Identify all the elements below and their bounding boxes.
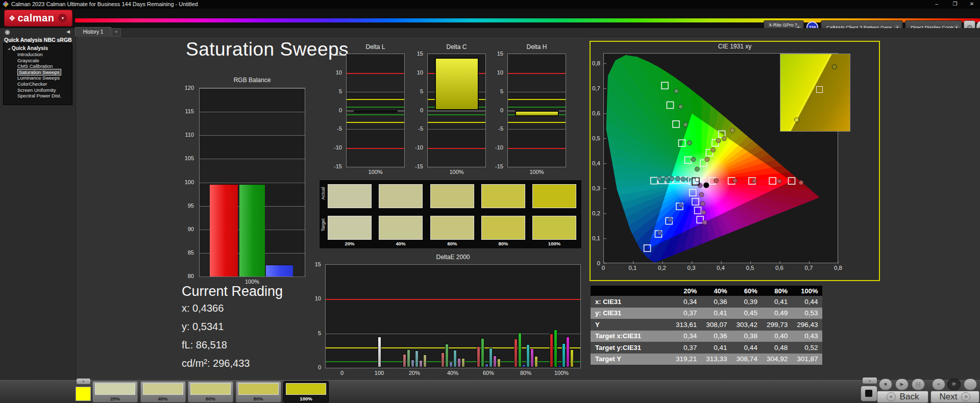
- x-tick-label: 0,1: [625, 265, 641, 271]
- deltae-bar: [411, 360, 414, 367]
- rgb-balance-yaxis: 80859095100105110115120: [179, 88, 196, 277]
- y-tick-label: 5: [410, 88, 423, 94]
- deltae-bar: [461, 358, 465, 367]
- table-row: x: CIE310,340,360,390,410,44: [591, 296, 822, 308]
- next-chevron-icon: »: [961, 392, 970, 401]
- limit-line-green: [508, 107, 566, 108]
- back-chevron-icon: «: [887, 392, 896, 401]
- saturation-results-table: 20%40%60%80%100%x: CIE310,340,360,390,41…: [591, 286, 822, 365]
- reading-cdm2: cd/m²: 296,433: [182, 358, 283, 369]
- y-tick-label: -10: [490, 144, 503, 150]
- inset-square-marker: [816, 86, 823, 93]
- calman-logo-menu[interactable]: ❖ calman ▼: [4, 10, 72, 27]
- x-tick-label: 0,6: [772, 265, 787, 271]
- x-tick-label: 60%: [473, 370, 504, 376]
- y-tick-label: 0,8: [592, 60, 600, 66]
- deltae-bar: [445, 344, 449, 367]
- minimize-button[interactable]: –: [929, 0, 944, 8]
- logo-diamond-icon: ❖: [9, 14, 15, 23]
- maximize-button[interactable]: ❐: [947, 0, 963, 8]
- sidebar-item-grayscale[interactable]: Grayscale: [17, 58, 72, 64]
- x-tick-label: 0,8: [830, 265, 846, 271]
- pattern-button-60%[interactable]: 60%: [188, 381, 233, 402]
- gridline: [508, 92, 566, 92]
- pattern-button-20%[interactable]: 20%: [92, 381, 138, 402]
- y-tick-label: 0: [329, 107, 342, 113]
- y-tick-label: 85: [177, 249, 194, 256]
- deltae-bar: [534, 356, 538, 367]
- gridline: [200, 112, 305, 112]
- stop-icon[interactable]: ■: [879, 379, 892, 390]
- deltae-bar: [570, 349, 574, 367]
- delta-c-xlabel: 100%: [427, 169, 486, 175]
- limit-line-red: [428, 148, 485, 149]
- sidebar-item-colorchecker[interactable]: ColorChecker: [17, 81, 72, 87]
- add-tab-button[interactable]: +: [112, 28, 121, 37]
- table-col-header: 40%: [701, 286, 731, 296]
- target-swatch-60%: [430, 216, 474, 240]
- back-button[interactable]: « Back: [877, 391, 928, 403]
- gridline: [200, 135, 305, 136]
- actual-swatch-40%: [379, 184, 423, 208]
- close-button[interactable]: ✕: [965, 0, 979, 8]
- deltae-bar: [485, 364, 488, 367]
- delta-bar: [435, 58, 479, 110]
- y-tick-label: 115: [177, 108, 194, 114]
- gridline: [428, 129, 485, 130]
- x-tick-label: 0,7: [801, 265, 817, 271]
- y-tick-label: 0: [410, 107, 423, 113]
- sidebar-item-saturation-sweeps[interactable]: Saturation Sweeps: [17, 69, 72, 75]
- y-tick-label: 0,4: [592, 160, 600, 166]
- limit-line-yellow: [508, 99, 566, 100]
- pattern-button-40%[interactable]: 40%: [140, 381, 186, 402]
- y-tick-label: 10: [329, 69, 342, 75]
- sidebar-item-introduction[interactable]: Introduction: [17, 52, 72, 58]
- delta-h-title: Delta H: [507, 43, 566, 51]
- blank-indicator-icon[interactable]: [964, 379, 977, 390]
- cie-yaxis: 00,10,20,30,40,50,60,70,8: [591, 53, 602, 263]
- current-reading-heading: Current Reading: [182, 284, 283, 299]
- back-label: Back: [900, 392, 919, 402]
- pattern-preview-swatch[interactable]: [76, 387, 91, 401]
- loop-measure-icon[interactable]: ⟳: [947, 379, 961, 390]
- delta-l-title: Delta L: [346, 43, 405, 51]
- swatch-comparison-panel: Actual Target 20% 40% 60% 80% 100%: [319, 180, 582, 249]
- gridline: [428, 111, 485, 111]
- y-tick-label: 105: [177, 155, 194, 161]
- cie-1931-panel: CIE 1931 xy 00,10,20,30,40,50,60,70,8 00…: [590, 41, 880, 281]
- logo-dropdown-icon[interactable]: ▼: [58, 14, 67, 22]
- tab-history-1[interactable]: History 1: [75, 27, 111, 37]
- limit-line-green: [347, 107, 404, 108]
- delta-l-xlabel: 100%: [346, 169, 405, 175]
- collapse-sidebar-icon[interactable]: ◀: [66, 29, 70, 34]
- deltae-yaxis: 051015: [310, 264, 323, 368]
- x-tick-label: 100: [364, 370, 395, 376]
- transport-chevron-up-icon[interactable]: ▲: [863, 377, 877, 384]
- pattern-button-80%[interactable]: 80%: [236, 381, 281, 402]
- continuous-measure-icon[interactable]: ∞: [932, 379, 945, 390]
- delta-c-title: Delta C: [427, 43, 486, 51]
- y-tick-label: -10: [329, 144, 342, 150]
- y-tick-label: 0: [308, 364, 321, 370]
- deltae-bar: [403, 354, 406, 367]
- record-dot-icon[interactable]: [5, 30, 10, 35]
- limit-line-red: [347, 73, 404, 74]
- single-measure-icon[interactable]: [-]: [912, 379, 925, 390]
- limit-line-yellow: [347, 99, 404, 100]
- x-tick-label: 20%: [399, 370, 430, 376]
- sidebar-item-luminance-sweeps[interactable]: Luminance Sweeps: [17, 75, 72, 81]
- tree-expanded-icon: ◢: [8, 47, 10, 50]
- pattern-panel-chevron-up-icon[interactable]: ▲: [77, 379, 90, 384]
- stop-measure-button[interactable]: [861, 386, 877, 401]
- play-icon[interactable]: ▶: [895, 379, 909, 390]
- pattern-button-100%[interactable]: 100%: [283, 381, 329, 402]
- x-tick-label: 80%: [510, 370, 541, 376]
- deltae-bar: [489, 348, 493, 367]
- actual-swatch-60%: [430, 184, 474, 208]
- sidebar-item-screen-uniformity[interactable]: Screen Uniformity: [17, 87, 72, 93]
- col-label-20: 20%: [328, 241, 372, 246]
- tree-root[interactable]: ◢Quick Analysis: [8, 45, 72, 51]
- sidebar-item-spectral-power-dist[interactable]: Spectral Power Dist.: [17, 93, 72, 99]
- next-button[interactable]: Next »: [930, 391, 979, 403]
- y-tick-label: 0,3: [592, 185, 600, 191]
